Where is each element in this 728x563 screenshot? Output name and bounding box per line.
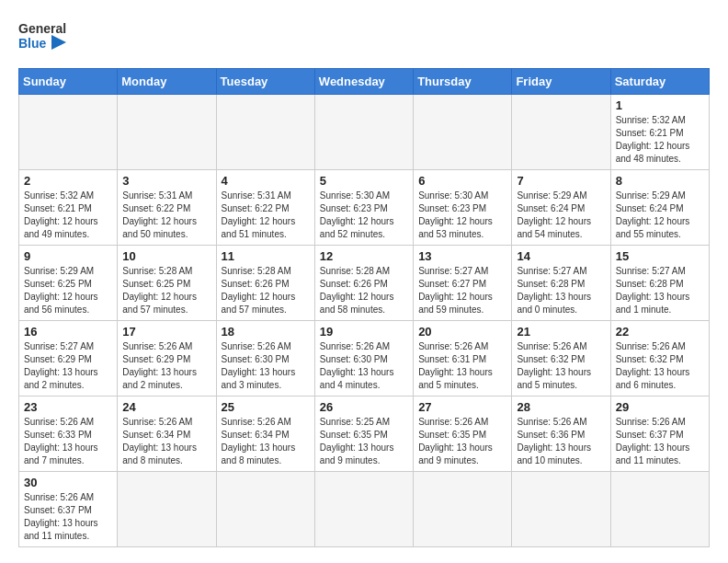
day-info: Sunrise: 5:26 AM Sunset: 6:32 PM Dayligh…: [517, 340, 605, 392]
day-info: Sunrise: 5:29 AM Sunset: 6:25 PM Dayligh…: [24, 265, 112, 316]
day-number: 28: [517, 400, 605, 414]
day-number: 30: [24, 476, 112, 489]
day-number: 17: [122, 325, 210, 339]
calendar-cell: 3Sunrise: 5:31 AM Sunset: 6:22 PM Daylig…: [118, 170, 216, 246]
weekday-header-friday: Friday: [512, 69, 610, 95]
calendar-week-4: 23Sunrise: 5:26 AM Sunset: 6:33 PM Dayli…: [19, 396, 710, 472]
calendar-cell: 1Sunrise: 5:32 AM Sunset: 6:21 PM Daylig…: [610, 95, 709, 170]
calendar-cell: [216, 472, 314, 547]
day-info: Sunrise: 5:26 AM Sunset: 6:29 PM Dayligh…: [122, 340, 210, 392]
weekday-header-sunday: Sunday: [19, 69, 118, 95]
calendar-cell: 24Sunrise: 5:26 AM Sunset: 6:34 PM Dayli…: [118, 396, 216, 472]
page: General Blue SundayMondayTuesdayWednesda…: [0, 0, 728, 563]
calendar-header: SundayMondayTuesdayWednesdayThursdayFrid…: [19, 69, 710, 95]
day-number: 6: [418, 174, 506, 188]
calendar-cell: [118, 95, 216, 170]
calendar-cell: [216, 95, 314, 170]
calendar-cell: 6Sunrise: 5:30 AM Sunset: 6:23 PM Daylig…: [414, 170, 512, 246]
calendar-cell: [19, 95, 118, 170]
day-number: 22: [616, 325, 704, 339]
calendar-cell: 29Sunrise: 5:26 AM Sunset: 6:37 PM Dayli…: [610, 396, 709, 472]
calendar-week-0: 1Sunrise: 5:32 AM Sunset: 6:21 PM Daylig…: [19, 95, 710, 170]
calendar-cell: 18Sunrise: 5:26 AM Sunset: 6:30 PM Dayli…: [216, 321, 314, 396]
day-info: Sunrise: 5:32 AM Sunset: 6:21 PM Dayligh…: [616, 114, 704, 166]
calendar-cell: 2Sunrise: 5:32 AM Sunset: 6:21 PM Daylig…: [19, 170, 118, 246]
day-info: Sunrise: 5:29 AM Sunset: 6:24 PM Dayligh…: [517, 190, 605, 241]
day-info: Sunrise: 5:26 AM Sunset: 6:30 PM Dayligh…: [222, 340, 310, 392]
day-info: Sunrise: 5:26 AM Sunset: 6:31 PM Dayligh…: [418, 340, 506, 392]
calendar-cell: [610, 472, 709, 547]
day-number: 10: [122, 249, 210, 263]
weekday-header-saturday: Saturday: [610, 69, 709, 95]
calendar-week-2: 9Sunrise: 5:29 AM Sunset: 6:25 PM Daylig…: [19, 246, 710, 321]
calendar-cell: 30Sunrise: 5:26 AM Sunset: 6:37 PM Dayli…: [19, 472, 118, 547]
svg-marker-2: [51, 35, 66, 50]
calendar-cell: [512, 472, 610, 547]
day-info: Sunrise: 5:26 AM Sunset: 6:33 PM Dayligh…: [24, 416, 112, 467]
weekday-header-thursday: Thursday: [414, 69, 512, 95]
calendar-cell: 8Sunrise: 5:29 AM Sunset: 6:24 PM Daylig…: [610, 170, 709, 246]
day-number: 24: [122, 400, 210, 414]
calendar-cell: [414, 472, 512, 547]
weekday-row: SundayMondayTuesdayWednesdayThursdayFrid…: [19, 69, 710, 95]
day-info: Sunrise: 5:26 AM Sunset: 6:36 PM Dayligh…: [517, 416, 605, 467]
day-info: Sunrise: 5:26 AM Sunset: 6:34 PM Dayligh…: [222, 416, 310, 467]
calendar-cell: 22Sunrise: 5:26 AM Sunset: 6:32 PM Dayli…: [610, 321, 709, 396]
day-number: 21: [517, 325, 605, 339]
svg-text:General: General: [18, 21, 66, 36]
weekday-header-monday: Monday: [118, 69, 216, 95]
day-info: Sunrise: 5:26 AM Sunset: 6:30 PM Dayligh…: [320, 340, 408, 392]
calendar-cell: [314, 472, 413, 547]
day-number: 3: [122, 174, 210, 188]
day-info: Sunrise: 5:31 AM Sunset: 6:22 PM Dayligh…: [122, 190, 210, 241]
day-info: Sunrise: 5:26 AM Sunset: 6:35 PM Dayligh…: [418, 416, 506, 467]
day-number: 20: [418, 325, 506, 339]
calendar-cell: 16Sunrise: 5:27 AM Sunset: 6:29 PM Dayli…: [19, 321, 118, 396]
day-number: 2: [24, 174, 112, 188]
day-number: 18: [222, 325, 310, 339]
calendar-cell: 27Sunrise: 5:26 AM Sunset: 6:35 PM Dayli…: [414, 396, 512, 472]
calendar-cell: 26Sunrise: 5:25 AM Sunset: 6:35 PM Dayli…: [314, 396, 413, 472]
calendar-cell: 17Sunrise: 5:26 AM Sunset: 6:29 PM Dayli…: [118, 321, 216, 396]
calendar-week-5: 30Sunrise: 5:26 AM Sunset: 6:37 PM Dayli…: [19, 472, 710, 547]
calendar-week-1: 2Sunrise: 5:32 AM Sunset: 6:21 PM Daylig…: [19, 170, 710, 246]
day-info: Sunrise: 5:26 AM Sunset: 6:37 PM Dayligh…: [24, 491, 112, 543]
calendar-cell: [414, 95, 512, 170]
calendar-cell: 10Sunrise: 5:28 AM Sunset: 6:25 PM Dayli…: [118, 246, 216, 321]
svg-text:Blue: Blue: [18, 36, 47, 51]
day-info: Sunrise: 5:30 AM Sunset: 6:23 PM Dayligh…: [320, 190, 408, 241]
calendar-cell: 23Sunrise: 5:26 AM Sunset: 6:33 PM Dayli…: [19, 396, 118, 472]
calendar-cell: 12Sunrise: 5:28 AM Sunset: 6:26 PM Dayli…: [314, 246, 413, 321]
day-info: Sunrise: 5:27 AM Sunset: 6:28 PM Dayligh…: [517, 265, 605, 316]
calendar-cell: [512, 95, 610, 170]
day-info: Sunrise: 5:26 AM Sunset: 6:32 PM Dayligh…: [616, 340, 704, 392]
day-info: Sunrise: 5:28 AM Sunset: 6:25 PM Dayligh…: [122, 265, 210, 316]
day-info: Sunrise: 5:27 AM Sunset: 6:29 PM Dayligh…: [24, 340, 112, 392]
day-info: Sunrise: 5:27 AM Sunset: 6:28 PM Dayligh…: [616, 265, 704, 316]
day-number: 9: [24, 249, 112, 263]
calendar-cell: 4Sunrise: 5:31 AM Sunset: 6:22 PM Daylig…: [216, 170, 314, 246]
calendar-cell: 28Sunrise: 5:26 AM Sunset: 6:36 PM Dayli…: [512, 396, 610, 472]
day-number: 1: [616, 98, 704, 112]
calendar-cell: 11Sunrise: 5:28 AM Sunset: 6:26 PM Dayli…: [216, 246, 314, 321]
day-number: 13: [418, 249, 506, 263]
day-number: 4: [222, 174, 310, 188]
day-number: 27: [418, 400, 506, 414]
calendar-cell: 21Sunrise: 5:26 AM Sunset: 6:32 PM Dayli…: [512, 321, 610, 396]
logo: General Blue: [18, 17, 66, 59]
day-number: 23: [24, 400, 112, 414]
calendar-cell: 7Sunrise: 5:29 AM Sunset: 6:24 PM Daylig…: [512, 170, 610, 246]
calendar-cell: 14Sunrise: 5:27 AM Sunset: 6:28 PM Dayli…: [512, 246, 610, 321]
day-info: Sunrise: 5:29 AM Sunset: 6:24 PM Dayligh…: [616, 190, 704, 241]
calendar-cell: 5Sunrise: 5:30 AM Sunset: 6:23 PM Daylig…: [314, 170, 413, 246]
day-number: 5: [320, 174, 408, 188]
day-info: Sunrise: 5:27 AM Sunset: 6:27 PM Dayligh…: [418, 265, 506, 316]
day-number: 26: [320, 400, 408, 414]
day-info: Sunrise: 5:31 AM Sunset: 6:22 PM Dayligh…: [222, 190, 310, 241]
logo-image: General Blue: [18, 17, 66, 59]
calendar-cell: 19Sunrise: 5:26 AM Sunset: 6:30 PM Dayli…: [314, 321, 413, 396]
calendar-cell: 25Sunrise: 5:26 AM Sunset: 6:34 PM Dayli…: [216, 396, 314, 472]
day-info: Sunrise: 5:28 AM Sunset: 6:26 PM Dayligh…: [222, 265, 310, 316]
day-number: 12: [320, 249, 408, 263]
weekday-header-wednesday: Wednesday: [314, 69, 413, 95]
